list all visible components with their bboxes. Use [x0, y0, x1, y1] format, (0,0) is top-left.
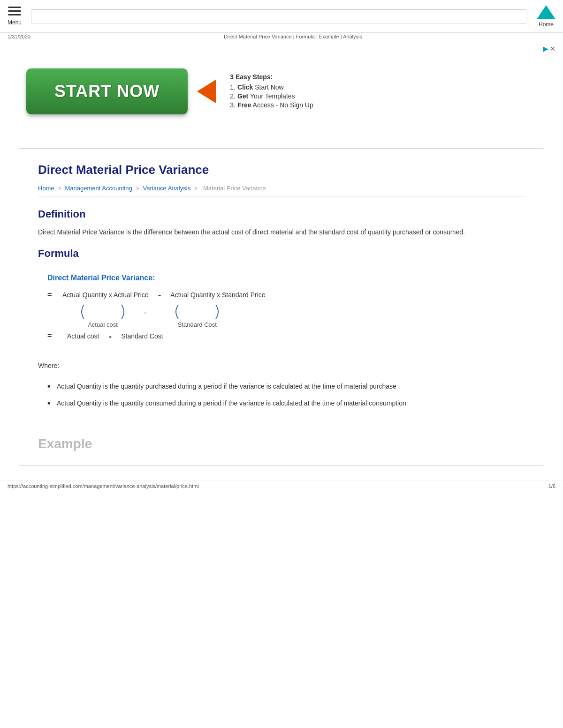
formula-eq-2: =: [47, 332, 57, 340]
definition-title: Definition: [38, 208, 525, 220]
arrow-pointer-icon: [197, 80, 216, 103]
right-bracket-svg: [169, 302, 225, 321]
footer-url: https://accounting-simplified.com/manage…: [8, 483, 199, 489]
breadcrumb-current: Material Price Variance: [203, 185, 266, 192]
menu-label: Menu: [8, 19, 22, 26]
steps-title: 3 Easy Steps:: [230, 73, 313, 81]
footer: https://accounting-simplified.com/manage…: [0, 480, 563, 492]
formula-container: Direct Material Price Variance: = Actual…: [38, 269, 525, 346]
home-icon: [537, 5, 555, 19]
browser-page-title: Direct Material Price Variance | Formula…: [224, 34, 362, 39]
ad-controls: ▶ ✕: [543, 45, 555, 53]
formula-minus-1: -: [158, 290, 161, 300]
start-now-button[interactable]: START NOW: [26, 68, 188, 114]
main-content: Direct Material Price Variance Home > Ma…: [19, 148, 544, 466]
bullet-item-2: Actual Quantity is the quantity consumed…: [47, 398, 525, 408]
formula-minus-3: -: [108, 331, 112, 342]
bullet-list: Actual Quantity is the quantity purchase…: [47, 381, 525, 409]
ad-container: ▶ ✕ START NOW 3 Easy Steps: 1. Click Sta…: [0, 40, 563, 134]
formula-subtitle: Direct Material Price Variance:: [47, 274, 516, 282]
left-bracket-svg: [75, 302, 131, 321]
step-1: 1. Click Start Now: [230, 83, 313, 91]
breadcrumb-sep-1: >: [58, 185, 61, 192]
example-section: Example: [38, 427, 525, 451]
definition-body: Direct Material Price Variance is the di…: [38, 227, 525, 238]
standard-cost-label: Standard Cost: [178, 321, 217, 328]
breadcrumb-sep-2: >: [136, 185, 139, 192]
formula-standard-cost: Standard Cost: [121, 332, 163, 340]
home-label: Home: [539, 21, 554, 28]
home-button[interactable]: Home: [537, 5, 555, 28]
ad-close-button[interactable]: ✕: [550, 45, 555, 53]
formula-title: Formula: [38, 248, 525, 260]
date-display: 1/31/2020: [8, 34, 30, 39]
example-title: Example: [38, 436, 525, 451]
breadcrumb-home[interactable]: Home: [38, 185, 54, 192]
formula-minus-2: -: [144, 308, 146, 317]
formula-left-text: Actual Quantity x Actual Price: [62, 291, 149, 299]
formula-right-text: Actual Quantity x Standard Price: [170, 291, 265, 299]
search-bar: [31, 9, 527, 23]
page-main-title: Direct Material Price Variance: [38, 163, 525, 177]
formula-eq-1: =: [47, 291, 57, 299]
breadcrumb-management[interactable]: Management Accounting: [65, 185, 132, 192]
formula-row-2-labels: = Actual cost - Standard Cost: [47, 331, 516, 342]
search-input[interactable]: [31, 9, 527, 23]
bullet-item-1: Actual Quantity is the quantity purchase…: [47, 381, 525, 391]
breadcrumb: Home > Management Accounting > Variance …: [38, 185, 525, 197]
formula-actual-cost: Actual cost: [67, 332, 99, 340]
footer-page-number: 1/6: [548, 483, 555, 489]
breadcrumb-sep-3: >: [194, 185, 198, 192]
actual-cost-label: Actual cost: [88, 321, 118, 328]
ad-steps: 3 Easy Steps: 1. Click Start Now 2. Get …: [230, 73, 313, 110]
step-3: 3. Free Access - No Sign Up: [230, 101, 313, 109]
step-2: 2. Get Your Templates: [230, 92, 313, 100]
menu-button[interactable]: Menu: [8, 7, 22, 26]
formula-row-1-text: = Actual Quantity x Actual Price - Actua…: [47, 290, 516, 300]
where-label: Where:: [38, 360, 525, 372]
ad-play-icon: ▶: [543, 45, 548, 53]
breadcrumb-variance[interactable]: Variance Analysis: [143, 185, 190, 192]
